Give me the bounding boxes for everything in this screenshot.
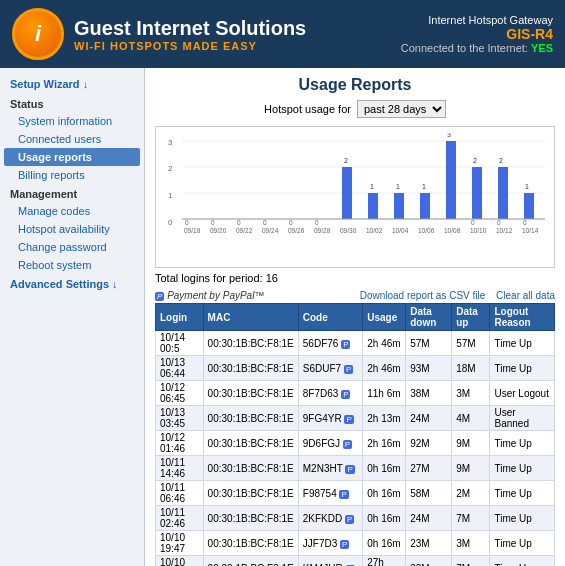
- svg-text:10/06: 10/06: [418, 227, 435, 234]
- svg-rect-21: [394, 193, 404, 219]
- sidebar-item-connected-users[interactable]: Connected users: [0, 130, 144, 148]
- svg-text:0: 0: [263, 219, 267, 226]
- svg-text:09/28: 09/28: [314, 227, 331, 234]
- page-title: Usage Reports: [155, 76, 555, 94]
- clear-data-link[interactable]: Clear all data: [496, 290, 555, 301]
- svg-text:0: 0: [211, 219, 215, 226]
- usage-table: Login MAC Code Usage Data down Data up L…: [155, 303, 555, 566]
- svg-text:09/30: 09/30: [340, 227, 357, 234]
- svg-text:09/22: 09/22: [236, 227, 253, 234]
- svg-rect-30: [472, 167, 482, 219]
- svg-text:09/18: 09/18: [184, 227, 201, 234]
- svg-text:0: 0: [315, 219, 319, 226]
- connection-yes: YES: [531, 42, 553, 54]
- col-logout-reason: Logout Reason: [490, 304, 555, 331]
- table-row: 10/11 14:4600:30:1B:BC:F8:1EM2N3HT P0h 1…: [156, 456, 555, 481]
- svg-text:0: 0: [289, 219, 293, 226]
- main-layout: Setup Wizard ↓ Status System information…: [0, 68, 565, 566]
- svg-rect-18: [368, 193, 378, 219]
- svg-text:10/12: 10/12: [496, 227, 513, 234]
- svg-text:3: 3: [447, 133, 451, 138]
- svg-text:2: 2: [344, 157, 348, 164]
- sidebar: Setup Wizard ↓ Status System information…: [0, 68, 145, 566]
- svg-rect-24: [420, 193, 430, 219]
- logo-area: i Guest Internet Solutions WI-FI HOTSPOT…: [12, 8, 306, 60]
- model-text: GIS-R4: [506, 26, 553, 42]
- table-row: 10/10 19:4700:30:1B:BC:F8:1EJJF7D3 P0h 1…: [156, 531, 555, 556]
- logo-text: Guest Internet Solutions WI-FI HOTSPOTS …: [74, 17, 306, 52]
- chart-container: 3 2 1 0 09/18 09/20 09/22: [155, 126, 555, 268]
- p-badge: P: [345, 515, 354, 524]
- svg-text:2: 2: [473, 157, 477, 164]
- svg-text:2: 2: [168, 164, 173, 173]
- table-row: 10/12 01:4600:30:1B:BC:F8:1E9D6FGJ P2h 1…: [156, 431, 555, 456]
- table-row: 10/10 17:4600:30:1B:BC:F8:1EKM4JHR P27h …: [156, 556, 555, 567]
- svg-text:09/24: 09/24: [262, 227, 279, 234]
- p-badge: P: [345, 465, 354, 474]
- col-usage: Usage: [363, 304, 406, 331]
- sidebar-item-change-password[interactable]: Change password: [0, 238, 144, 256]
- svg-rect-36: [524, 193, 534, 219]
- total-logins: Total logins for period: 16: [155, 272, 555, 284]
- svg-text:1: 1: [370, 183, 374, 190]
- p-badge: P: [341, 340, 350, 349]
- hotspot-usage-label: Hotspot usage for: [264, 103, 351, 115]
- tagline: WI-FI HOTSPOTS MADE EASY: [74, 40, 306, 52]
- download-csv-link[interactable]: Download report as CSV file: [360, 290, 486, 301]
- svg-text:10/08: 10/08: [444, 227, 461, 234]
- table-row: 10/12 06:4500:30:1B:BC:F8:1E8F7D63 P11h …: [156, 381, 555, 406]
- svg-text:09/20: 09/20: [210, 227, 227, 234]
- advanced-settings-link[interactable]: Advanced Settings ↓: [0, 274, 144, 294]
- product-title-text: Internet Hotspot Gateway: [428, 14, 553, 26]
- svg-text:1: 1: [422, 183, 426, 190]
- p-badge: P: [344, 365, 353, 374]
- period-select[interactable]: past 28 days past 7 days past 90 days: [357, 100, 446, 118]
- header: i Guest Internet Solutions WI-FI HOTSPOT…: [0, 0, 565, 68]
- svg-text:0: 0: [168, 218, 173, 227]
- sidebar-item-usage-reports[interactable]: Usage reports: [4, 148, 140, 166]
- p-badge: P: [344, 415, 353, 424]
- bar-chart: 3 2 1 0 09/18 09/20 09/22: [160, 133, 550, 263]
- p-badge: P: [343, 440, 352, 449]
- p-badge: P: [341, 390, 350, 399]
- svg-text:3: 3: [168, 138, 173, 147]
- svg-text:10/02: 10/02: [366, 227, 383, 234]
- col-mac: MAC: [203, 304, 298, 331]
- svg-text:1: 1: [525, 183, 529, 190]
- svg-text:0: 0: [471, 219, 475, 226]
- table-row: 10/11 02:4600:30:1B:BC:F8:1E2KFKDD P0h 1…: [156, 506, 555, 531]
- svg-rect-15: [342, 167, 352, 219]
- model-name: GIS-R4: [401, 26, 553, 42]
- svg-text:09/26: 09/26: [288, 227, 305, 234]
- sidebar-item-billing-reports[interactable]: Billing reports: [0, 166, 144, 184]
- connection-status: Connected to the Internet: YES: [401, 42, 553, 54]
- svg-text:0: 0: [523, 219, 527, 226]
- svg-rect-27: [446, 141, 456, 219]
- svg-text:2: 2: [499, 157, 503, 164]
- product-title: Internet Hotspot Gateway: [401, 14, 553, 26]
- svg-text:10/10: 10/10: [470, 227, 487, 234]
- sidebar-item-manage-codes[interactable]: Manage codes: [0, 202, 144, 220]
- logo-icon: i: [12, 8, 64, 60]
- svg-text:10/14: 10/14: [522, 227, 539, 234]
- table-links: Download report as CSV file Clear all da…: [352, 290, 555, 301]
- col-code: Code: [298, 304, 362, 331]
- p-badge: P: [339, 490, 348, 499]
- col-login: Login: [156, 304, 204, 331]
- svg-text:0: 0: [497, 219, 501, 226]
- svg-text:0: 0: [237, 219, 241, 226]
- management-section-header: Management: [0, 184, 144, 202]
- header-right: Internet Hotspot Gateway GIS-R4 Connecte…: [401, 14, 553, 54]
- col-data-down: Data down: [406, 304, 452, 331]
- table-row: 10/13 06:4400:30:1B:BC:F8:1ES6DUF7 P2h 4…: [156, 356, 555, 381]
- content-area: Usage Reports Hotspot usage for past 28 …: [145, 68, 565, 566]
- svg-text:1: 1: [396, 183, 400, 190]
- table-row: 10/11 06:4600:30:1B:BC:F8:1EF98754 P0h 1…: [156, 481, 555, 506]
- sidebar-item-reboot-system[interactable]: Reboot system: [0, 256, 144, 274]
- sidebar-item-hotspot-avail[interactable]: Hotspot availability: [0, 220, 144, 238]
- payment-label: P Payment by PayPal™: [155, 290, 264, 301]
- table-row: 10/14 00:500:30:1B:BC:F8:1E56DF76 P2h 46…: [156, 331, 555, 356]
- payment-p-icon: P: [155, 292, 164, 301]
- sidebar-item-system-info[interactable]: System information: [0, 112, 144, 130]
- setup-wizard-link[interactable]: Setup Wizard ↓: [0, 74, 144, 94]
